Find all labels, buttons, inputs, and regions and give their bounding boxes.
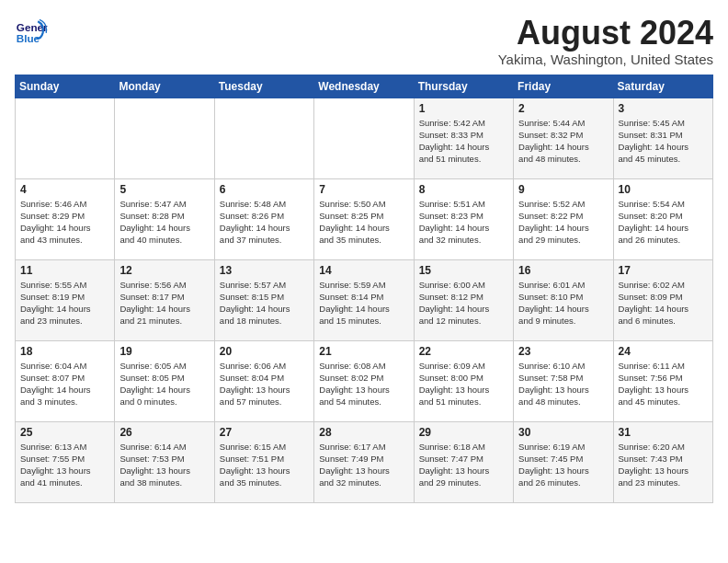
week-row-2: 4Sunrise: 5:46 AM Sunset: 8:29 PM Daylig… [16, 178, 713, 259]
day-number: 30 [518, 426, 608, 439]
calendar-cell: 16Sunrise: 6:01 AM Sunset: 8:10 PM Dayli… [514, 259, 613, 340]
calendar-cell: 28Sunrise: 6:17 AM Sunset: 7:49 PM Dayli… [314, 421, 414, 502]
calendar-cell: 3Sunrise: 5:45 AM Sunset: 8:31 PM Daylig… [613, 98, 712, 178]
week-row-1: 1Sunrise: 5:42 AM Sunset: 8:33 PM Daylig… [16, 98, 713, 178]
day-number: 26 [119, 426, 209, 439]
day-number: 25 [20, 426, 109, 439]
day-number: 7 [319, 183, 408, 196]
calendar-title: August 2024 [498, 15, 713, 52]
day-number: 19 [119, 345, 209, 358]
calendar-cell: 15Sunrise: 6:00 AM Sunset: 8:12 PM Dayli… [414, 259, 513, 340]
day-info: Sunrise: 6:06 AM Sunset: 8:04 PM Dayligh… [220, 360, 309, 408]
day-info: Sunrise: 5:51 AM Sunset: 8:23 PM Dayligh… [419, 198, 508, 247]
day-number: 20 [220, 345, 309, 358]
day-info: Sunrise: 5:56 AM Sunset: 8:17 PM Dayligh… [119, 279, 209, 327]
calendar-cell: 10Sunrise: 5:54 AM Sunset: 8:20 PM Dayli… [613, 178, 712, 259]
calendar-cell: 6Sunrise: 5:48 AM Sunset: 8:26 PM Daylig… [214, 178, 313, 259]
weekday-header-sunday: Sunday [16, 75, 115, 98]
calendar-cell: 24Sunrise: 6:11 AM Sunset: 7:56 PM Dayli… [613, 340, 712, 421]
calendar-cell: 5Sunrise: 5:47 AM Sunset: 8:28 PM Daylig… [115, 178, 214, 259]
calendar-cell: 30Sunrise: 6:19 AM Sunset: 7:45 PM Dayli… [514, 421, 613, 502]
day-number: 21 [319, 345, 408, 358]
day-number: 1 [419, 102, 508, 115]
calendar-cell: 23Sunrise: 6:10 AM Sunset: 7:58 PM Dayli… [514, 340, 613, 421]
day-number: 8 [419, 183, 508, 196]
day-number: 29 [419, 426, 508, 439]
week-row-5: 25Sunrise: 6:13 AM Sunset: 7:55 PM Dayli… [16, 421, 713, 502]
weekday-header-row: SundayMondayTuesdayWednesdayThursdayFrid… [16, 75, 713, 98]
day-info: Sunrise: 5:55 AM Sunset: 8:19 PM Dayligh… [20, 279, 109, 327]
day-number: 4 [20, 183, 109, 196]
page-header: General Blue August 2024 Yakima, Washing… [15, 15, 713, 67]
day-number: 17 [619, 264, 708, 277]
calendar-table: SundayMondayTuesdayWednesdayThursdayFrid… [15, 75, 713, 503]
day-info: Sunrise: 5:57 AM Sunset: 8:15 PM Dayligh… [220, 279, 309, 327]
day-info: Sunrise: 6:04 AM Sunset: 8:07 PM Dayligh… [20, 360, 109, 408]
calendar-cell: 12Sunrise: 5:56 AM Sunset: 8:17 PM Dayli… [115, 259, 214, 340]
day-info: Sunrise: 6:01 AM Sunset: 8:10 PM Dayligh… [518, 279, 608, 327]
day-number: 27 [220, 426, 309, 439]
day-info: Sunrise: 6:00 AM Sunset: 8:12 PM Dayligh… [419, 279, 508, 327]
calendar-cell: 8Sunrise: 5:51 AM Sunset: 8:23 PM Daylig… [414, 178, 513, 259]
day-number: 13 [220, 264, 309, 277]
day-number: 23 [518, 345, 608, 358]
day-info: Sunrise: 5:44 AM Sunset: 8:32 PM Dayligh… [518, 117, 608, 166]
day-number: 11 [20, 264, 109, 277]
calendar-cell: 4Sunrise: 5:46 AM Sunset: 8:29 PM Daylig… [16, 178, 115, 259]
day-number: 24 [619, 345, 708, 358]
calendar-cell: 11Sunrise: 5:55 AM Sunset: 8:19 PM Dayli… [16, 259, 115, 340]
calendar-cell: 2Sunrise: 5:44 AM Sunset: 8:32 PM Daylig… [514, 98, 613, 178]
weekday-header-tuesday: Tuesday [214, 75, 313, 98]
calendar-cell: 29Sunrise: 6:18 AM Sunset: 7:47 PM Dayli… [414, 421, 513, 502]
day-number: 2 [518, 102, 608, 115]
day-info: Sunrise: 6:15 AM Sunset: 7:51 PM Dayligh… [220, 441, 309, 489]
day-number: 14 [319, 264, 408, 277]
logo-icon: General Blue [15, 15, 48, 48]
day-info: Sunrise: 6:18 AM Sunset: 7:47 PM Dayligh… [419, 441, 508, 489]
calendar-cell: 18Sunrise: 6:04 AM Sunset: 8:07 PM Dayli… [16, 340, 115, 421]
day-info: Sunrise: 5:54 AM Sunset: 8:20 PM Dayligh… [619, 198, 708, 247]
calendar-cell: 1Sunrise: 5:42 AM Sunset: 8:33 PM Daylig… [414, 98, 513, 178]
day-number: 22 [419, 345, 508, 358]
weekday-header-saturday: Saturday [613, 75, 712, 98]
day-info: Sunrise: 6:14 AM Sunset: 7:53 PM Dayligh… [119, 441, 209, 489]
day-info: Sunrise: 6:10 AM Sunset: 7:58 PM Dayligh… [518, 360, 608, 408]
day-info: Sunrise: 5:46 AM Sunset: 8:29 PM Dayligh… [20, 198, 109, 247]
day-info: Sunrise: 5:48 AM Sunset: 8:26 PM Dayligh… [220, 198, 309, 247]
calendar-cell: 27Sunrise: 6:15 AM Sunset: 7:51 PM Dayli… [214, 421, 313, 502]
calendar-cell: 25Sunrise: 6:13 AM Sunset: 7:55 PM Dayli… [16, 421, 115, 502]
week-row-3: 11Sunrise: 5:55 AM Sunset: 8:19 PM Dayli… [16, 259, 713, 340]
day-info: Sunrise: 6:11 AM Sunset: 7:56 PM Dayligh… [619, 360, 708, 408]
day-number: 9 [518, 183, 608, 196]
day-info: Sunrise: 6:13 AM Sunset: 7:55 PM Dayligh… [20, 441, 109, 489]
week-row-4: 18Sunrise: 6:04 AM Sunset: 8:07 PM Dayli… [16, 340, 713, 421]
day-info: Sunrise: 5:52 AM Sunset: 8:22 PM Dayligh… [518, 198, 608, 247]
calendar-cell [16, 98, 115, 178]
day-number: 31 [619, 426, 708, 439]
day-info: Sunrise: 6:05 AM Sunset: 8:05 PM Dayligh… [119, 360, 209, 408]
day-number: 12 [119, 264, 209, 277]
day-info: Sunrise: 6:09 AM Sunset: 8:00 PM Dayligh… [419, 360, 508, 408]
calendar-subtitle: Yakima, Washington, United States [498, 52, 713, 67]
weekday-header-monday: Monday [115, 75, 214, 98]
day-number: 15 [419, 264, 508, 277]
day-info: Sunrise: 5:47 AM Sunset: 8:28 PM Dayligh… [119, 198, 209, 247]
day-info: Sunrise: 6:20 AM Sunset: 7:43 PM Dayligh… [619, 441, 708, 489]
title-block: August 2024 Yakima, Washington, United S… [498, 15, 713, 67]
day-number: 5 [119, 183, 209, 196]
day-number: 28 [319, 426, 408, 439]
calendar-cell: 9Sunrise: 5:52 AM Sunset: 8:22 PM Daylig… [514, 178, 613, 259]
day-info: Sunrise: 6:17 AM Sunset: 7:49 PM Dayligh… [319, 441, 408, 489]
day-info: Sunrise: 6:02 AM Sunset: 8:09 PM Dayligh… [619, 279, 708, 327]
calendar-cell: 19Sunrise: 6:05 AM Sunset: 8:05 PM Dayli… [115, 340, 214, 421]
day-info: Sunrise: 5:59 AM Sunset: 8:14 PM Dayligh… [319, 279, 408, 327]
calendar-cell [115, 98, 214, 178]
day-number: 10 [619, 183, 708, 196]
weekday-header-wednesday: Wednesday [314, 75, 414, 98]
weekday-header-thursday: Thursday [414, 75, 513, 98]
day-info: Sunrise: 6:08 AM Sunset: 8:02 PM Dayligh… [319, 360, 408, 408]
day-number: 3 [619, 102, 708, 115]
day-info: Sunrise: 5:50 AM Sunset: 8:25 PM Dayligh… [319, 198, 408, 247]
weekday-header-friday: Friday [514, 75, 613, 98]
calendar-cell [314, 98, 414, 178]
